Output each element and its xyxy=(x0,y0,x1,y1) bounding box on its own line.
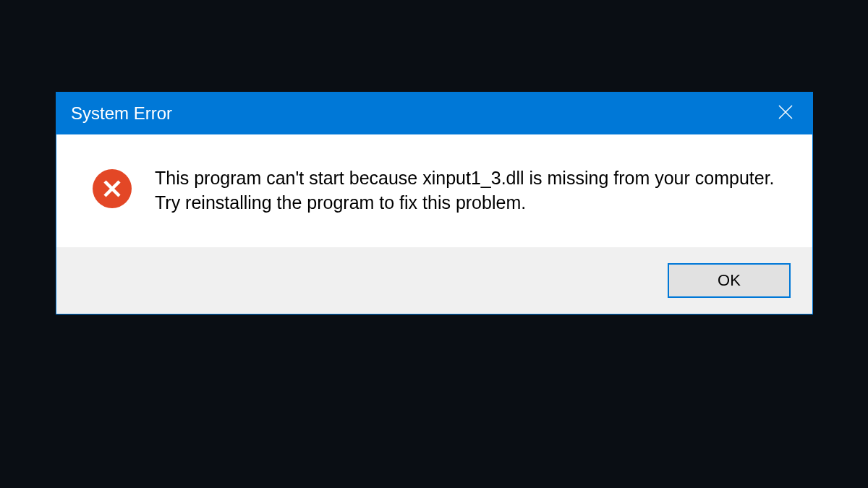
button-bar: OK xyxy=(56,247,812,314)
error-message: This program can't start because xinput1… xyxy=(155,166,776,215)
ok-button[interactable]: OK xyxy=(668,263,791,298)
error-icon xyxy=(93,169,132,208)
dialog-content: This program can't start because xinput1… xyxy=(56,134,812,247)
close-button[interactable] xyxy=(759,93,812,134)
titlebar: System Error xyxy=(56,93,812,134)
close-icon xyxy=(778,105,793,122)
dialog-title: System Error xyxy=(71,103,172,124)
system-error-dialog: System Error This program can't start be… xyxy=(56,92,813,314)
